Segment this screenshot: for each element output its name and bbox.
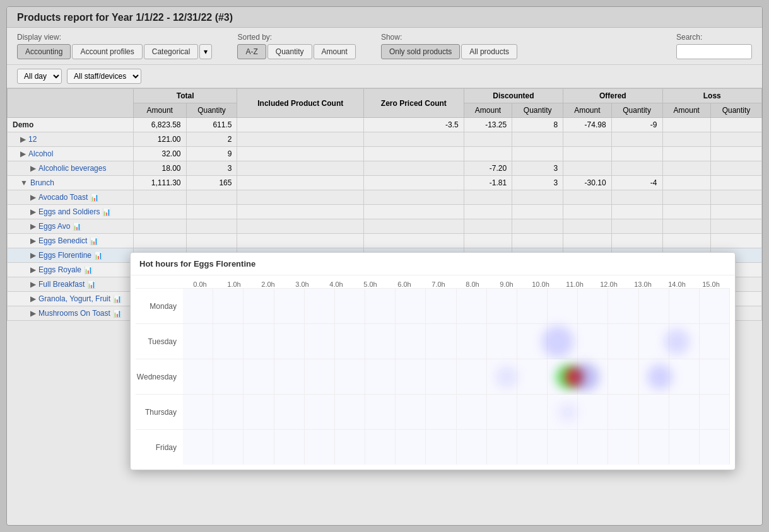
amount-cell [134, 190, 187, 205]
loss-qty-cell [711, 147, 762, 161]
time-filter[interactable]: All day [17, 69, 62, 84]
chart-icon[interactable]: 📊 [94, 252, 103, 259]
btn-all-products[interactable]: All products [461, 44, 517, 59]
expand-arrow[interactable]: ▶ [20, 149, 26, 158]
heat-cell [365, 324, 396, 359]
heat-cell [548, 359, 578, 394]
expand-arrow[interactable]: ▶ [30, 164, 36, 173]
row-name[interactable]: Demo [13, 120, 33, 129]
chart-icon[interactable]: 📊 [84, 266, 93, 274]
name-cell[interactable]: ▶Full Breakfast📊 [8, 277, 134, 292]
row-name[interactable]: Avocado Toast [38, 193, 88, 202]
expand-arrow[interactable]: ▼ [20, 178, 28, 187]
heat-cell [365, 430, 396, 465]
row-name[interactable]: 12 [28, 135, 37, 144]
heat-cell [639, 430, 669, 465]
search-group: Search: [676, 33, 752, 59]
row-name[interactable]: Eggs and Soldiers [38, 207, 100, 216]
zero-priced-cell [364, 176, 464, 190]
off-qty-cell: -4 [611, 176, 662, 190]
chart-icon[interactable]: 📊 [87, 280, 96, 288]
title-bar: Products report for Year 1/1/22 - 12/31/… [7, 7, 762, 28]
heat-cell [335, 289, 365, 323]
chart-icon[interactable]: 📊 [113, 295, 122, 303]
chart-icon[interactable]: 📊 [102, 208, 111, 216]
row-name[interactable]: Eggs Avo [38, 222, 70, 231]
chart-icon[interactable]: 📊 [90, 194, 99, 201]
heat-cell [700, 430, 730, 465]
name-cell[interactable]: ▶12 [8, 132, 134, 147]
expand-arrow[interactable]: ▶ [30, 309, 36, 318]
heatmap-day-row: Monday [136, 288, 730, 323]
expand-arrow[interactable]: ▶ [30, 207, 36, 216]
row-name[interactable]: Alcoholic beverages [38, 164, 106, 173]
display-view-dropdown[interactable]: ▾ [199, 44, 212, 59]
row-name[interactable]: Brunch [30, 178, 54, 187]
disc-amount-header: Amount [464, 103, 512, 118]
btn-account-profiles[interactable]: Account profiles [72, 44, 142, 59]
expand-arrow[interactable]: ▶ [30, 294, 36, 303]
chart-icon[interactable]: 📊 [90, 237, 98, 245]
loss-amount-cell [662, 176, 711, 190]
row-name[interactable]: Mushrooms On Toast [38, 309, 110, 318]
expand-arrow[interactable]: ▶ [30, 251, 36, 260]
name-cell[interactable]: ▶Alcoholic beverages [8, 161, 134, 176]
expand-arrow[interactable]: ▶ [30, 265, 36, 274]
btn-quantity[interactable]: Quantity [267, 44, 312, 59]
name-cell[interactable]: ▶Granola, Yogurt, Fruit📊 [8, 292, 134, 306]
heat-cell [335, 395, 365, 429]
name-cell[interactable]: ▶Eggs Florentine📊 [8, 248, 134, 263]
heat-cell [700, 289, 730, 323]
disc-amount-cell [464, 147, 512, 161]
display-view-group: Display view: Accounting Account profile… [17, 33, 212, 59]
chart-icon[interactable]: 📊 [73, 223, 81, 230]
name-cell[interactable]: ▼Brunch [8, 176, 134, 190]
name-cell[interactable]: ▶Avocado Toast📊 [8, 190, 134, 205]
expand-arrow[interactable]: ▶ [30, 222, 36, 231]
row-name[interactable]: Eggs Florentine [38, 251, 91, 260]
search-input[interactable] [676, 44, 752, 59]
chart-icon[interactable]: 📊 [113, 309, 122, 317]
row-name[interactable]: Eggs Royale [38, 265, 81, 274]
expand-arrow[interactable]: ▶ [30, 236, 36, 245]
heatmap-body: 0.0h1.0h2.0h3.0h4.0h5.0h6.0h7.0h8.0h9.0h… [131, 275, 735, 470]
included-cell [237, 234, 364, 248]
btn-categorical[interactable]: Categorical [144, 44, 199, 59]
heat-cell [244, 395, 274, 429]
btn-only-sold[interactable]: Only sold products [381, 44, 460, 59]
table-row: ▶Eggs Benedict📊 [8, 234, 762, 248]
btn-az[interactable]: A-Z [237, 44, 266, 59]
btn-amount[interactable]: Amount [314, 44, 356, 59]
heat-cell [426, 359, 456, 394]
loss-amount-cell [662, 132, 711, 147]
name-cell[interactable]: Demo [8, 118, 134, 132]
zero-priced-cell: -3.5 [364, 118, 464, 132]
heat-cell [548, 324, 578, 359]
expand-arrow[interactable]: ▶ [30, 280, 36, 289]
name-cell[interactable]: ▶Eggs Royale📊 [8, 263, 134, 277]
name-cell[interactable]: ▶Eggs Benedict📊 [8, 234, 134, 248]
page-title: Products report for Year 1/1/22 - 12/31/… [17, 12, 752, 23]
hour-label: 15.0h [694, 280, 728, 288]
row-name[interactable]: Granola, Yogurt, Fruit [38, 294, 110, 303]
name-cell[interactable]: ▶Alcohol [8, 147, 134, 161]
heat-cell [396, 430, 426, 465]
row-name[interactable]: Full Breakfast [38, 280, 85, 289]
btn-accounting[interactable]: Accounting [17, 44, 71, 59]
row-name[interactable]: Alcohol [28, 149, 53, 158]
total-quantity-header: Quantity [186, 103, 237, 118]
expand-arrow[interactable]: ▶ [30, 193, 36, 202]
name-cell[interactable]: ▶Mushrooms On Toast📊 [8, 306, 134, 321]
heat-cell [365, 289, 396, 323]
heat-cell [578, 289, 608, 323]
disc-qty-cell: 8 [512, 118, 563, 132]
expand-arrow[interactable]: ▶ [20, 135, 26, 144]
name-cell[interactable]: ▶Eggs Avo📊 [8, 219, 134, 234]
name-cell[interactable]: ▶Eggs and Soldiers📊 [8, 205, 134, 219]
off-qty-cell [611, 205, 662, 219]
row-name[interactable]: Eggs Benedict [38, 236, 87, 245]
loss-amount-cell [662, 190, 711, 205]
quantity-cell [186, 190, 237, 205]
disc-qty-cell [512, 205, 563, 219]
staff-filter[interactable]: All staff/devices [67, 69, 141, 84]
